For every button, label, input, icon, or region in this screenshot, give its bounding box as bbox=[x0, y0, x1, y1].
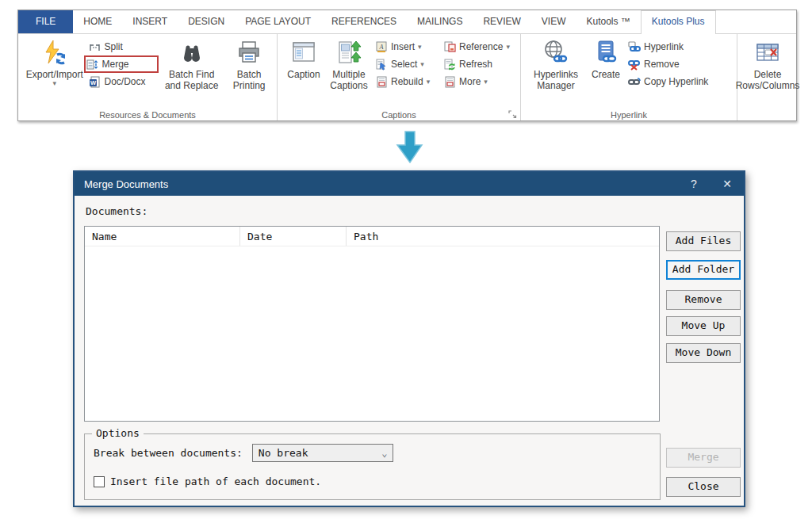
hyperlink-column: Hyperlink Remove bbox=[626, 36, 726, 90]
select-caption-button[interactable]: Select ▾ bbox=[373, 55, 441, 73]
move-up-button[interactable]: Move Up bbox=[666, 316, 741, 336]
group-table-partial: Delete Rows/Columns bbox=[737, 34, 796, 120]
tab-file[interactable]: FILE bbox=[18, 10, 73, 33]
rebuild-caption-button[interactable]: Rebuild ▾ bbox=[373, 73, 441, 90]
export-import-label: Export/Import bbox=[26, 69, 83, 80]
tab-design[interactable]: DESIGN bbox=[178, 10, 235, 33]
more-captions-button[interactable]: More ▾ bbox=[441, 73, 517, 90]
tab-mailings[interactable]: MAILINGS bbox=[407, 10, 473, 33]
delete-rows-columns-label-2: Rows/Columns bbox=[736, 80, 800, 91]
remove-hyperlink-button[interactable]: Remove bbox=[626, 55, 726, 73]
merge-button-highlighted[interactable]: Merge bbox=[84, 55, 159, 73]
column-header-path[interactable]: Path bbox=[347, 227, 659, 246]
svg-text:W: W bbox=[90, 79, 97, 86]
multiple-captions-button[interactable]: Multiple Captions bbox=[325, 36, 373, 106]
create-hyperlink-icon bbox=[593, 37, 619, 67]
tab-kutools[interactable]: Kutools ™ bbox=[576, 10, 640, 33]
reference-button[interactable]: Reference ▾ bbox=[441, 38, 517, 55]
insert-caption-button[interactable]: A Insert ▾ bbox=[373, 38, 441, 55]
group-label-resources: Resources & Documents bbox=[18, 110, 277, 120]
help-button[interactable]: ? bbox=[677, 172, 710, 196]
tab-kutools-plus[interactable]: Kutools Plus bbox=[641, 10, 716, 34]
options-groupbox: Options Break between documents: No brea… bbox=[84, 433, 661, 500]
dialog-title: Merge Documents bbox=[84, 178, 168, 190]
insert-caption-label: Insert bbox=[391, 41, 415, 52]
doc-docx-button[interactable]: W Doc/Docx bbox=[86, 73, 159, 90]
batch-find-replace-button[interactable]: Batch Find and Replace bbox=[159, 36, 224, 106]
add-folder-button[interactable]: Add Folder bbox=[666, 260, 741, 280]
caption-label: Caption bbox=[287, 69, 320, 80]
merge-dialog-button-disabled: Merge bbox=[666, 448, 741, 468]
captions-column-1: A Insert ▾ Select bbox=[373, 36, 441, 90]
caption-button[interactable]: Caption bbox=[282, 36, 325, 106]
hyperlink-button[interactable]: Hyperlink bbox=[626, 38, 726, 55]
tab-home[interactable]: HOME bbox=[73, 10, 122, 33]
flow-down-arrow bbox=[395, 131, 425, 167]
insert-caption-icon: A bbox=[375, 40, 388, 53]
split-button[interactable]: Split bbox=[86, 38, 159, 55]
copy-hyperlink-button[interactable]: Copy Hyperlink bbox=[626, 73, 726, 90]
reference-icon bbox=[443, 40, 456, 53]
tab-insert[interactable]: INSERT bbox=[122, 10, 178, 33]
close-button[interactable]: Close bbox=[666, 477, 741, 497]
hyperlinks-manager-icon bbox=[542, 37, 569, 67]
group-captions: Caption Multiple Captions bbox=[278, 34, 521, 120]
split-merge-doc-column: Split Merge bbox=[86, 36, 159, 90]
rebuild-caption-icon bbox=[375, 75, 388, 88]
dialog-body: Documents: Name Date Path Add Files Add … bbox=[75, 196, 744, 506]
delete-rows-columns-button[interactable]: Delete Rows/Columns bbox=[742, 36, 793, 106]
dropdown-caret-icon: ▾ bbox=[420, 61, 424, 67]
captions-dialog-launcher[interactable] bbox=[508, 109, 518, 119]
ribbon-body: Export/Import ▾ Split bbox=[18, 34, 796, 120]
binoculars-icon bbox=[179, 37, 205, 67]
dropdown-caret-icon: ▾ bbox=[418, 44, 422, 50]
break-between-select[interactable]: No break ⌄ bbox=[252, 444, 393, 462]
close-icon[interactable]: ✕ bbox=[710, 172, 744, 196]
ribbon-tab-bar: FILE HOME INSERT DESIGN PAGE LAYOUT REFE… bbox=[18, 10, 796, 34]
batch-printing-button[interactable]: Batch Printing bbox=[224, 36, 274, 106]
tab-references[interactable]: REFERENCES bbox=[321, 10, 407, 33]
delete-rows-columns-label-1: Delete bbox=[754, 69, 782, 80]
doc-docx-label: Doc/Docx bbox=[105, 76, 146, 87]
more-captions-label: More bbox=[459, 76, 481, 87]
more-captions-icon bbox=[443, 75, 456, 88]
select-caption-icon bbox=[375, 58, 388, 71]
dropdown-caret-icon: ▾ bbox=[484, 78, 488, 85]
batch-find-label-2: and Replace bbox=[165, 80, 218, 91]
multiple-captions-label-2: Captions bbox=[330, 80, 367, 91]
captions-column-2: Reference ▾ Refresh bbox=[441, 36, 517, 90]
caption-window-icon bbox=[291, 37, 316, 67]
move-down-button[interactable]: Move Down bbox=[666, 343, 741, 363]
printer-icon bbox=[236, 37, 262, 67]
delete-rows-columns-icon bbox=[755, 37, 780, 67]
refresh-button[interactable]: Refresh bbox=[441, 55, 517, 73]
tab-view[interactable]: VIEW bbox=[531, 10, 576, 33]
break-between-label: Break between documents: bbox=[94, 447, 243, 459]
select-caption-label: Select bbox=[391, 59, 417, 70]
insert-path-checkbox[interactable] bbox=[94, 476, 105, 487]
tab-page-layout[interactable]: PAGE LAYOUT bbox=[235, 10, 321, 33]
refresh-label: Refresh bbox=[459, 59, 492, 70]
batch-find-label-1: Batch Find bbox=[169, 69, 214, 80]
insert-path-row: Insert file path of each document. bbox=[94, 475, 321, 487]
add-files-button[interactable]: Add Files bbox=[666, 231, 741, 251]
documents-list[interactable]: Name Date Path bbox=[84, 226, 660, 422]
create-hyperlink-button[interactable]: Create bbox=[586, 36, 626, 106]
hyperlinks-manager-label-1: Hyperlinks bbox=[534, 69, 578, 80]
create-hyperlink-label: Create bbox=[592, 69, 620, 80]
copy-hyperlink-icon bbox=[628, 75, 641, 88]
group-label-captions: Captions bbox=[278, 110, 520, 120]
tab-review[interactable]: REVIEW bbox=[473, 10, 530, 33]
export-import-button[interactable]: Export/Import ▾ bbox=[23, 36, 86, 106]
merge-label: Merge bbox=[102, 59, 129, 70]
column-header-name[interactable]: Name bbox=[85, 227, 240, 246]
remove-button[interactable]: Remove bbox=[666, 290, 741, 310]
reference-label: Reference bbox=[459, 41, 503, 52]
insert-path-label: Insert file path of each document. bbox=[110, 475, 321, 487]
split-label: Split bbox=[105, 41, 123, 52]
hyperlinks-manager-button[interactable]: Hyperlinks Manager bbox=[526, 36, 586, 106]
dropdown-caret-icon: ▾ bbox=[506, 44, 510, 50]
column-header-date[interactable]: Date bbox=[240, 227, 347, 246]
svg-text:A: A bbox=[378, 43, 383, 50]
hyperlink-chain-icon bbox=[628, 40, 641, 53]
